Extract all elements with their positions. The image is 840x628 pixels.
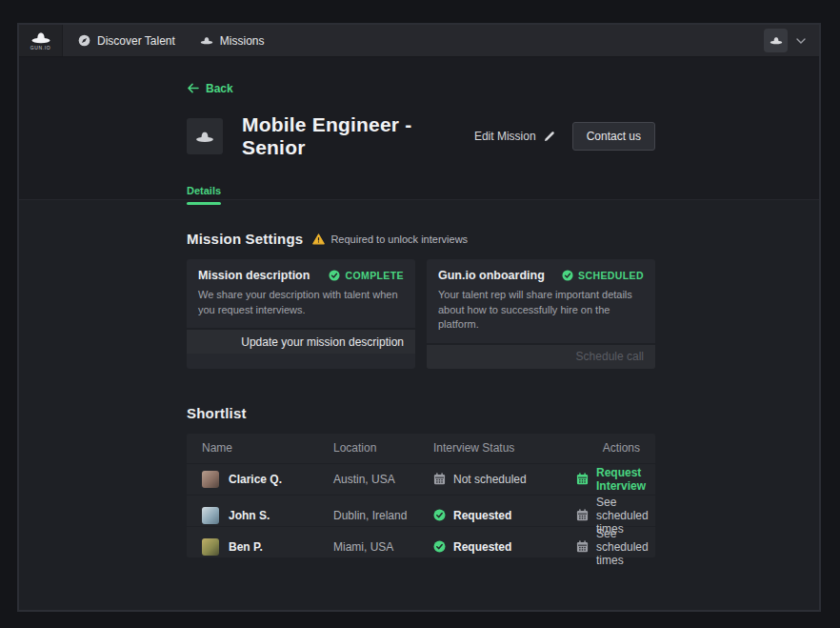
contact-us-button[interactable]: Contact us	[572, 122, 655, 151]
main-window: GUN.IO Discover Talent	[17, 23, 821, 612]
status-label: Requested	[453, 509, 511, 522]
edit-mission-label: Edit Mission	[474, 130, 536, 143]
table-header: Name Location Interview Status Actions	[187, 434, 655, 463]
avatar	[202, 507, 219, 524]
update-mission-description-button[interactable]: Update your mission description	[187, 328, 415, 354]
card-title: Gun.io onboarding	[438, 269, 545, 282]
brand-logo[interactable]: GUN.IO	[19, 25, 63, 56]
title-row: Mobile Engineer - Senior Edit Mission Co…	[187, 113, 655, 159]
action-label: See scheduled times	[596, 527, 649, 567]
cowboy-hat-logo-icon	[30, 31, 51, 44]
column-header-actions: Actions	[576, 441, 640, 455]
talent-name: John S.	[229, 509, 270, 522]
nav-label: Discover Talent	[97, 34, 175, 48]
user-avatar-button[interactable]	[764, 29, 788, 52]
see-scheduled-times-link[interactable]: See scheduled times	[576, 527, 649, 567]
arrow-left-icon	[187, 83, 199, 93]
avatar	[202, 471, 219, 488]
card-title: Mission description	[198, 269, 310, 282]
chevron-down-icon[interactable]	[796, 38, 806, 44]
avatar	[202, 538, 219, 556]
section-title: Mission Settings	[187, 231, 303, 247]
tab-details[interactable]: Details	[187, 185, 221, 205]
status-badge: SCHEDULED	[562, 270, 644, 281]
talent-location: Austin, USA	[333, 473, 433, 486]
active-tab-underline	[187, 202, 221, 205]
back-link[interactable]: Back	[187, 82, 233, 95]
schedule-call-button[interactable]: Schedule call	[427, 343, 655, 369]
badge-label: COMPLETE	[345, 270, 404, 281]
compass-icon	[78, 34, 90, 47]
request-interview-link[interactable]: Request Interview	[576, 466, 646, 493]
talent-location: Dublin, Ireland	[333, 509, 433, 522]
pencil-icon	[544, 131, 555, 142]
nav-item-missions[interactable]: Missions	[200, 34, 265, 48]
card-description: Your talent rep will share important det…	[438, 288, 644, 333]
shortlist-title: Shortlist	[187, 405, 819, 421]
warning-triangle-icon	[312, 233, 325, 245]
table-row: John S. Dublin, Ireland Requested	[187, 495, 655, 526]
mission-icon-box	[187, 118, 223, 154]
badge-label: SCHEDULED	[578, 270, 644, 281]
action-label: Request Interview	[596, 466, 646, 493]
shortlist-table: Name Location Interview Status Actions C…	[187, 434, 655, 557]
page-title: Mobile Engineer - Senior	[242, 113, 474, 159]
nav-items: Discover Talent Missions	[63, 25, 764, 56]
column-header-location: Location	[333, 441, 433, 455]
back-label: Back	[206, 82, 233, 95]
content-area: Mission Settings Required to unlock inte…	[19, 200, 819, 557]
card-description: We share your description with talent wh…	[198, 288, 404, 317]
interview-status: Requested	[433, 540, 576, 554]
talent-location: Miami, USA	[333, 540, 433, 554]
status-label: Requested	[453, 540, 511, 554]
mission-settings-cards: Mission description COMPLETE We share	[187, 259, 655, 369]
status-label: Not scheduled	[453, 473, 527, 486]
cowboy-hat-icon	[200, 36, 213, 45]
nav-item-discover-talent[interactable]: Discover Talent	[78, 34, 175, 48]
check-circle-icon	[433, 540, 446, 553]
card-body: Gun.io onboarding SCHEDULED Your tale	[427, 259, 655, 343]
interview-status: Not scheduled	[433, 473, 576, 486]
cowboy-hat-icon	[195, 131, 214, 143]
column-header-interview-status: Interview Status	[433, 441, 576, 455]
mission-header: Back Mobile Engineer - Senior Edit Missi…	[19, 57, 819, 200]
warning-note: Required to unlock interviews	[312, 233, 468, 245]
nav-label: Missions	[220, 34, 265, 48]
cowboy-hat-icon	[770, 36, 783, 45]
tab-label: Details	[187, 185, 221, 196]
card-mission-description: Mission description COMPLETE We share	[187, 259, 415, 369]
calendar-icon	[433, 473, 446, 485]
edit-mission-button[interactable]: Edit Mission	[474, 130, 555, 143]
check-circle-icon	[329, 270, 340, 281]
warning-text: Required to unlock interviews	[330, 233, 468, 245]
mission-settings-header: Mission Settings Required to unlock inte…	[187, 231, 819, 247]
card-body: Mission description COMPLETE We share	[187, 259, 415, 328]
status-badge: COMPLETE	[329, 270, 404, 281]
talent-name: Ben P.	[229, 540, 263, 554]
card-gunio-onboarding: Gun.io onboarding SCHEDULED Your tale	[427, 259, 655, 369]
interview-status: Requested	[433, 509, 576, 522]
check-circle-icon	[433, 509, 446, 521]
nav-right	[764, 25, 819, 56]
column-header-name: Name	[202, 441, 333, 455]
calendar-icon	[576, 540, 589, 553]
brand-name: GUN.IO	[30, 45, 50, 51]
top-navbar: GUN.IO Discover Talent	[19, 25, 819, 57]
calendar-icon	[576, 473, 589, 485]
table-row: Clarice Q. Austin, USA Not	[187, 463, 655, 495]
check-circle-icon	[562, 270, 573, 281]
calendar-icon	[576, 509, 589, 521]
talent-name: Clarice Q.	[229, 473, 282, 486]
table-row: Ben P. Miami, USA Requested	[187, 526, 655, 557]
